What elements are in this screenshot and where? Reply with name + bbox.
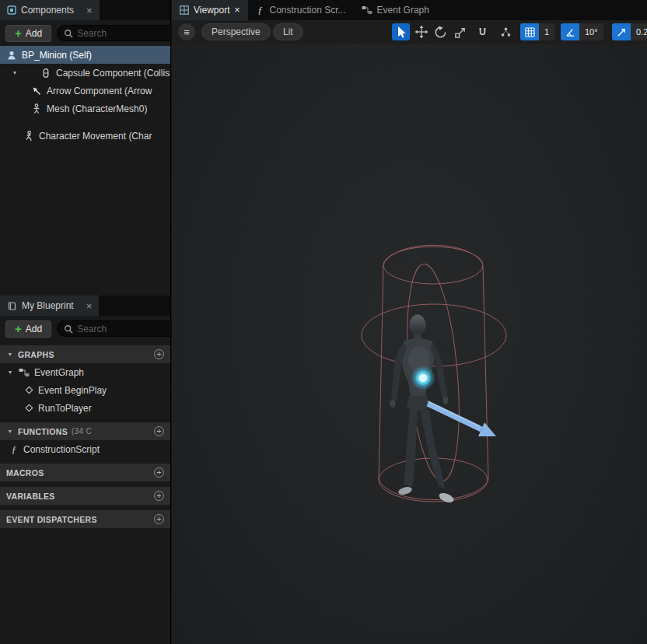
tab-components-label: Components — [21, 5, 74, 16]
add-component-button[interactable]: + Add — [5, 25, 51, 42]
add-variable-icon[interactable]: + — [154, 491, 164, 501]
event-node-icon — [26, 387, 33, 394]
section-caret-icon[interactable]: ▾ — [6, 428, 14, 435]
row-construction-script-label: ConstructionScript — [23, 444, 100, 455]
grid-snap-control[interactable]: 1 — [520, 23, 554, 40]
add-component-label: Add — [26, 28, 42, 39]
scale-snap-icon[interactable] — [612, 23, 631, 40]
functions-count: (34 C — [72, 427, 92, 436]
viewport-options-menu-icon[interactable]: ≡ — [178, 23, 195, 40]
move-tool-button[interactable] — [412, 23, 430, 40]
left-panel: Components × + Add BP_Minio — [0, 0, 171, 644]
rotation-snap-value[interactable]: 10° — [579, 23, 603, 40]
my-blueprint-toolbar: + Add — [0, 316, 170, 341]
grid-snap-icon[interactable] — [520, 23, 539, 40]
add-event-dispatcher-icon[interactable]: + — [154, 514, 164, 524]
tab-construction-script-label: Construction Scr... — [270, 5, 346, 16]
expand-caret-icon[interactable]: ▾ — [11, 69, 19, 76]
viewport-toolbar: ≡ Perspective Lit — [172, 20, 647, 44]
rotation-snap-icon[interactable] — [561, 23, 579, 40]
row-construction-script[interactable]: ƒ ConstructionScript — [0, 440, 170, 458]
section-macros[interactable]: MACROS + — [0, 464, 170, 481]
surface-snapping-icon[interactable] — [474, 23, 491, 40]
direction-arrow[interactable] — [428, 401, 496, 436]
add-function-icon[interactable]: + — [154, 426, 164, 436]
close-my-blueprint-tab-icon[interactable]: × — [86, 300, 93, 312]
scale-snap-value[interactable]: 0.25 — [631, 23, 647, 40]
tab-construction-script[interactable]: ƒ Construction Scr... — [248, 0, 354, 20]
add-blueprint-item-button[interactable]: + Add — [5, 320, 51, 338]
tab-event-graph[interactable]: Event Graph — [354, 0, 437, 20]
character-movement-icon — [23, 131, 34, 142]
perspective-label: Perspective — [212, 26, 261, 37]
row-event-begin-play-label: Event BeginPlay — [38, 385, 107, 396]
close-components-tab-icon[interactable]: × — [86, 5, 93, 16]
tree-row-capsule[interactable]: ▾ Capsule Component (Collisi — [0, 64, 170, 82]
lit-label: Lit — [283, 26, 293, 37]
graph-icon — [362, 5, 372, 15]
section-event-dispatchers-label: EVENT DISPATCHERS — [6, 515, 97, 524]
function-icon: ƒ — [256, 4, 265, 16]
tab-components[interactable]: Components × — [0, 0, 100, 20]
viewport-tabstrip: Viewport × ƒ Construction Scr... Event G… — [172, 0, 647, 20]
expand-caret-icon[interactable]: ▾ — [6, 369, 14, 376]
book-icon — [7, 301, 17, 311]
add-graph-icon[interactable]: + — [154, 349, 164, 359]
row-run-to-player[interactable]: RunToPlayer — [0, 399, 170, 417]
select-tool-button[interactable] — [392, 23, 410, 40]
arrow-component-icon — [31, 86, 42, 96]
scale-tool-button[interactable] — [451, 23, 469, 40]
tree-row-label: Arrow Component (Arrow — [47, 86, 152, 96]
tab-event-graph-label: Event Graph — [377, 5, 429, 16]
tab-my-blueprint-label: My Blueprint — [22, 300, 74, 311]
viewport-icon — [180, 5, 189, 15]
function-icon: ƒ — [9, 443, 19, 456]
tree-row-bp-minion[interactable]: BP_Minion (Self) — [0, 46, 170, 64]
skeletal-mesh-icon — [31, 103, 42, 114]
search-icon — [64, 324, 73, 334]
perspective-button[interactable]: Perspective — [201, 23, 271, 40]
add-blueprint-item-label: Add — [26, 324, 42, 334]
row-event-graph[interactable]: ▾ EventGraph — [0, 363, 170, 381]
tree-row-mesh[interactable]: Mesh (CharacterMesh0) — [0, 100, 170, 117]
row-event-begin-play[interactable]: Event BeginPlay — [0, 381, 170, 399]
capsule-component-icon — [40, 68, 51, 79]
section-caret-icon[interactable]: ▾ — [6, 351, 14, 358]
rotation-snap-control[interactable]: 10° — [561, 23, 603, 40]
section-graphs[interactable]: ▾ GRAPHS + — [0, 345, 170, 363]
section-functions-label: FUNCTIONS — [18, 427, 68, 436]
viewport-area: Viewport × ƒ Construction Scr... Event G… — [172, 0, 647, 644]
row-event-graph-label: EventGraph — [34, 367, 84, 378]
section-event-dispatchers[interactable]: EVENT DISPATCHERS + — [0, 510, 170, 528]
section-variables[interactable]: VARIABLES + — [0, 487, 170, 505]
close-viewport-tab-icon[interactable]: × — [234, 5, 240, 16]
snap-options-icon[interactable] — [497, 23, 515, 40]
scale-snap-control[interactable]: 0.25 — [612, 23, 647, 40]
section-macros-label: MACROS — [6, 468, 44, 478]
tree-row-character-movement[interactable]: Character Movement (Char — [0, 127, 170, 145]
lit-button[interactable]: Lit — [273, 23, 303, 40]
components-tabstrip: Components × — [0, 0, 170, 20]
blueprint-editor: Components × + Add BP_Minio — [0, 0, 647, 644]
row-run-to-player-label: RunToPlayer — [38, 403, 92, 414]
scene — [172, 44, 647, 644]
tree-row-label: Mesh (CharacterMesh0) — [47, 103, 147, 114]
my-blueprint-panel: My Blueprint × + Add — [0, 296, 170, 644]
section-functions[interactable]: ▾ FUNCTIONS (34 C + — [0, 422, 170, 440]
tree-row-label: Capsule Component (Collisi — [56, 68, 170, 79]
tab-my-blueprint[interactable]: My Blueprint × — [0, 296, 99, 316]
plus-icon: + — [15, 323, 22, 334]
components-panel-icon — [7, 5, 16, 15]
tree-row-label: BP_Minion (Self) — [22, 50, 92, 61]
grid-snap-value[interactable]: 1 — [539, 23, 554, 40]
add-macro-icon[interactable]: + — [154, 467, 164, 478]
tree-row-arrow[interactable]: Arrow Component (Arrow — [0, 82, 170, 100]
tree-row-label: Character Movement (Char — [39, 131, 152, 142]
rotate-tool-button[interactable] — [432, 23, 449, 40]
tab-viewport[interactable]: Viewport × — [172, 0, 248, 20]
event-node-icon — [26, 404, 33, 412]
section-variables-label: VARIABLES — [6, 492, 55, 501]
viewport-canvas[interactable] — [172, 44, 647, 644]
components-tree: BP_Minion (Self) ▾ Capsule Component (Co… — [0, 46, 170, 145]
search-icon — [64, 29, 73, 38]
